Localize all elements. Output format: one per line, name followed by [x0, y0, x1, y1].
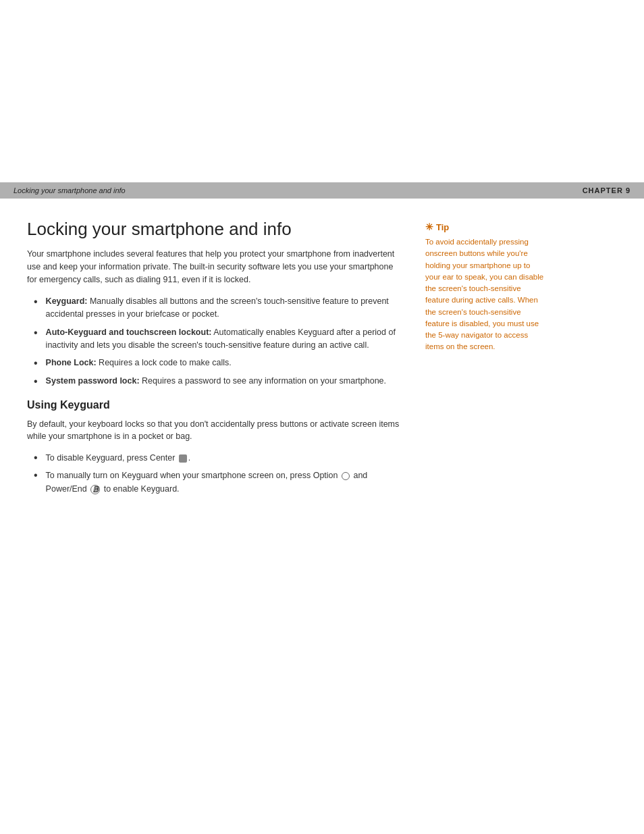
list-item-text: Auto-Keyguard and touchscreen lockout: A… [46, 326, 405, 352]
tip-text: To avoid accidentally pressing onscreen … [425, 236, 547, 353]
list-item-text: Phone Lock: Requires a lock code to make… [46, 357, 232, 369]
feature-list: Keyguard: Manually disables all buttons … [27, 295, 405, 388]
content-area: Locking your smartphone and info Your sm… [0, 199, 644, 513]
list-item-text: To manually turn on Keyguard when your s… [46, 469, 405, 496]
list-item: Keyguard: Manually disables all buttons … [34, 295, 405, 321]
tip-label: Tip [436, 222, 449, 232]
tip-box: ✳ Tip To avoid accidentally pressing ons… [425, 219, 547, 353]
intro-paragraph: Your smartphone includes several feature… [27, 248, 405, 286]
page-title: Locking your smartphone and info [27, 219, 405, 240]
list-item-rest: Requires a lock code to make calls. [99, 358, 232, 367]
page: Locking your smartphone and info CHAPTER… [0, 182, 644, 834]
list-item-text: System password lock: Requires a passwor… [46, 375, 386, 388]
tip-asterisk-icon: ✳ [425, 221, 433, 232]
tip-column: ✳ Tip To avoid accidentally pressing ons… [425, 219, 547, 500]
list-item-bold: Auto-Keyguard and touchscreen lockout: [46, 328, 212, 337]
power-end-button-icon: 𝔹 [90, 485, 100, 494]
header-bar: Locking your smartphone and info CHAPTER… [0, 182, 644, 199]
list-item: System password lock: Requires a passwor… [34, 375, 405, 388]
section-heading: Using Keyguard [27, 399, 405, 411]
option-button-icon [342, 472, 350, 480]
main-column: Locking your smartphone and info Your sm… [27, 219, 405, 500]
list-item-bold: Keyguard: [46, 296, 88, 306]
list-item-bold: System password lock: [46, 376, 140, 386]
list-item-text: Keyguard: Manually disables all buttons … [46, 295, 405, 321]
list-item-text: To disable Keyguard, press Center . [46, 451, 191, 465]
list-item: Phone Lock: Requires a lock code to make… [34, 357, 405, 369]
list-item: To disable Keyguard, press Center . [34, 451, 405, 465]
section-intro: By default, your keyboard locks so that … [27, 418, 405, 444]
center-button-icon [179, 454, 187, 463]
list-item-rest: Requires a password to see any informati… [142, 376, 386, 386]
list-item: To manually turn on Keyguard when your s… [34, 469, 405, 496]
header-left-text: Locking your smartphone and info [14, 186, 126, 194]
tip-header: ✳ Tip [425, 221, 547, 232]
list-item-rest: Manually disables all buttons and the sc… [46, 296, 389, 319]
list-item: Auto-Keyguard and touchscreen lockout: A… [34, 326, 405, 352]
section-bullet-list: To disable Keyguard, press Center . To m… [27, 451, 405, 496]
list-item-bold: Phone Lock: [46, 358, 97, 367]
header-right-text: CHAPTER 9 [583, 186, 630, 194]
